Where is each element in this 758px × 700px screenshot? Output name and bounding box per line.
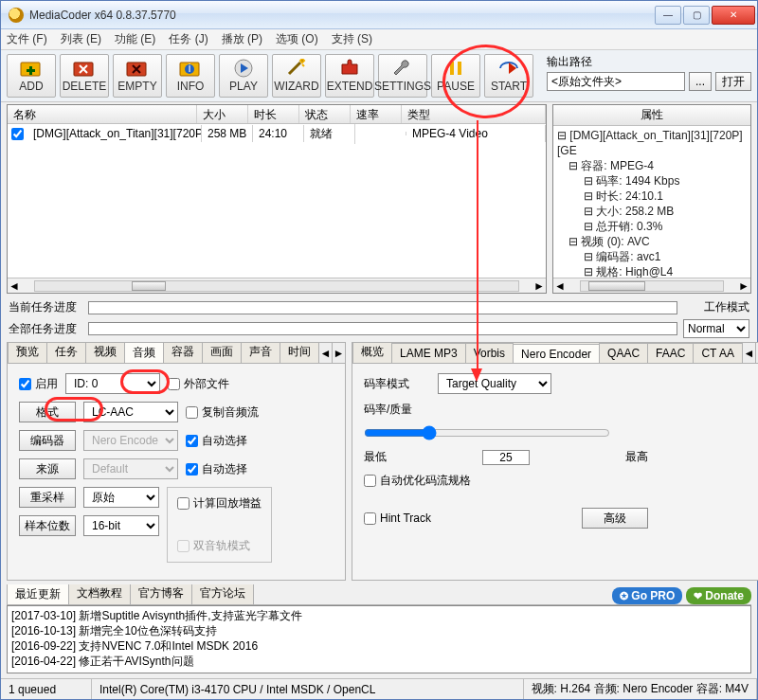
rate-mode-label: 码率模式: [364, 376, 409, 392]
right-tab-0[interactable]: 概览: [352, 343, 392, 363]
external-file-checkbox[interactable]: 外部文件: [168, 376, 229, 392]
property-line: ⊟ [DMG][Attack_on_Titan][31][720P][GE: [557, 128, 747, 158]
format-button[interactable]: 格式: [19, 402, 76, 422]
left-tab-2[interactable]: 视频: [85, 343, 125, 363]
col-type[interactable]: 类型: [402, 105, 546, 123]
right-tab-1[interactable]: LAME MP3: [391, 343, 466, 363]
menu-task[interactable]: 任务 (J): [169, 31, 208, 47]
encoder-auto-checkbox[interactable]: 自动选择: [186, 433, 247, 449]
audio-id-select[interactable]: ID: 0: [65, 373, 160, 394]
format-select[interactable]: LC-AAC: [83, 402, 178, 422]
go-pro-badge[interactable]: ✪ Go PRO: [612, 587, 682, 604]
menu-func[interactable]: 功能 (E): [115, 31, 155, 47]
bitdepth-button[interactable]: 样本位数: [19, 515, 76, 536]
empty-button[interactable]: EMPTY: [113, 54, 162, 98]
pause-button[interactable]: PAUSE: [431, 54, 480, 98]
bitdepth-select[interactable]: 16-bit: [83, 515, 159, 536]
resample-button[interactable]: 重采样: [19, 487, 76, 508]
file-row[interactable]: [DMG][Attack_on_Titan][31][720P... 258 M…: [8, 124, 546, 143]
properties-title: 属性: [553, 105, 750, 126]
left-settings-pane: 预览任务视频音频容器画面声音时间◄► 启用 ID: 0 外部文件 格式 LC-A…: [7, 342, 346, 581]
advanced-button[interactable]: 高级: [582, 508, 648, 529]
left-tab-3[interactable]: 音频: [124, 343, 164, 364]
enable-audio-checkbox[interactable]: 启用: [19, 376, 58, 392]
col-duration[interactable]: 时长: [248, 105, 299, 123]
minimize-button[interactable]: —: [655, 6, 681, 25]
source-button[interactable]: 来源: [19, 458, 76, 479]
left-tab-5[interactable]: 画面: [202, 343, 242, 363]
right-tab-2[interactable]: Vorbis: [465, 343, 514, 363]
hint-track-checkbox[interactable]: Hint Track: [364, 512, 431, 525]
news-tab-docs[interactable]: 文档教程: [68, 584, 131, 604]
calc-gain-checkbox[interactable]: 计算回放增益: [177, 495, 262, 512]
close-button[interactable]: ✕: [712, 6, 755, 25]
left-tab-6[interactable]: 声音: [241, 343, 280, 363]
app-icon: [9, 8, 24, 23]
tab-nav[interactable]: ◄: [742, 343, 755, 363]
col-name[interactable]: 名称: [8, 105, 197, 123]
quality-slider[interactable]: [364, 425, 610, 440]
news-line: [2016-04-22] 修正若干AVISynth问题: [11, 654, 747, 669]
extend-button[interactable]: EXTEND: [325, 54, 374, 98]
right-tab-5[interactable]: FAAC: [647, 343, 694, 363]
left-tab-4[interactable]: 容器: [163, 343, 203, 363]
menu-play[interactable]: 播放 (P): [222, 31, 262, 47]
settings-button[interactable]: SETTINGS: [378, 54, 427, 98]
output-path-input[interactable]: [547, 72, 685, 91]
col-status[interactable]: 状态: [299, 105, 351, 123]
encoder-button[interactable]: 编码器: [19, 430, 76, 451]
col-rate[interactable]: 速率: [351, 105, 402, 123]
properties-panel: 属性 ⊟ [DMG][Attack_on_Titan][31][720P][GE…: [552, 104, 751, 294]
start-button[interactable]: START: [484, 54, 533, 98]
file-row-checkbox[interactable]: [11, 128, 24, 140]
left-tab-0[interactable]: 预览: [8, 343, 47, 363]
wizard-button[interactable]: WIZARD: [272, 54, 321, 98]
play-button[interactable]: PLAY: [219, 54, 268, 98]
properties-hscroll[interactable]: ◄►: [553, 278, 750, 293]
news-tab-forum[interactable]: 官方论坛: [191, 584, 254, 604]
tab-nav[interactable]: ►: [332, 343, 345, 363]
menu-file[interactable]: 文件 (F): [7, 31, 47, 47]
right-tab-4[interactable]: QAAC: [599, 343, 648, 363]
news-line: [2017-03-10] 新增Suptitle Avisynth插件,支持蓝光字…: [11, 608, 747, 623]
news-tab-updates[interactable]: 最近更新: [7, 584, 69, 605]
auto-optimize-checkbox[interactable]: 自动优化码流规格: [364, 473, 757, 489]
work-mode-select[interactable]: Normal: [683, 319, 749, 338]
add-button[interactable]: ADD: [7, 54, 56, 98]
resample-select[interactable]: 原始: [83, 487, 159, 508]
left-tab-7[interactable]: 时间: [280, 343, 319, 363]
quality-value-input[interactable]: [482, 450, 530, 465]
menu-options[interactable]: 选项 (O): [276, 31, 318, 47]
rate-mode-select[interactable]: Target Quality: [438, 373, 551, 394]
tab-nav[interactable]: ◄: [318, 343, 332, 363]
browse-button[interactable]: ...: [689, 72, 712, 91]
file-list-hscroll[interactable]: ◄►: [8, 278, 546, 293]
news-list: [2017-03-10] 新增Suptitle Avisynth插件,支持蓝光字…: [7, 605, 751, 673]
nero-tab-body: 码率模式 Target Quality 码率/质量 最低 最高 自动优化码流规格…: [352, 364, 758, 580]
col-size[interactable]: 大小: [197, 105, 248, 123]
file-duration: 24:10: [253, 125, 304, 142]
work-mode-label: 工作模式: [683, 299, 749, 315]
menu-list[interactable]: 列表 (E): [61, 31, 101, 47]
copy-stream-checkbox[interactable]: 复制音频流: [186, 404, 259, 421]
donate-badge[interactable]: ❤ Donate: [686, 587, 751, 604]
file-list: 名称 大小 时长 状态 速率 类型 [DMG][Attack_on_Titan]…: [7, 104, 547, 294]
maximize-button[interactable]: ▢: [683, 6, 710, 25]
right-tab-3[interactable]: Nero Encoder: [513, 344, 600, 364]
svg-rect-2: [27, 69, 35, 72]
left-tabstrip: 预览任务视频音频容器画面声音时间◄►: [8, 343, 345, 364]
property-line: ⊟ 时长: 24:10.1: [557, 188, 747, 204]
right-tab-6[interactable]: CT AA: [693, 343, 742, 363]
open-output-button[interactable]: 打开: [715, 72, 751, 91]
left-tab-1[interactable]: 任务: [46, 343, 86, 363]
delete-button[interactable]: DELETE: [60, 54, 109, 98]
dual-track-checkbox: 双音轨模式: [177, 538, 262, 554]
folder-empty-icon: [126, 59, 149, 78]
menu-support[interactable]: 支持 (S): [332, 31, 372, 47]
play-icon: [232, 59, 255, 78]
news-line: [2016-10-13] 新增完全10位色深转码支持: [11, 623, 747, 638]
news-tab-blog[interactable]: 官方博客: [130, 584, 192, 604]
properties-tree: ⊟ [DMG][Attack_on_Titan][31][720P][GE⊟ 容…: [553, 126, 750, 278]
info-button[interactable]: iINFO: [166, 54, 215, 98]
source-auto-checkbox[interactable]: 自动选择: [186, 461, 247, 477]
